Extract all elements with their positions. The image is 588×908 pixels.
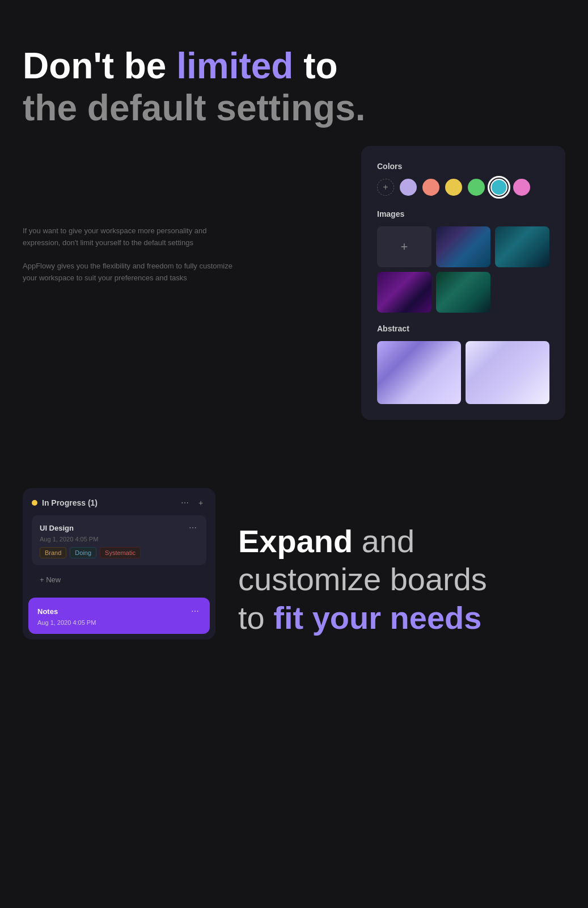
board-title-and: and bbox=[353, 523, 414, 559]
notes-date: Aug 1, 2020 4:05 PM bbox=[37, 619, 201, 626]
color-panel-container: Colors + Images + bbox=[255, 140, 588, 420]
add-image-icon: + bbox=[401, 239, 408, 254]
board-title-expand: Expand bbox=[238, 523, 353, 559]
board-column: In Progress (1) ⋯ + UI Design ⋯ A bbox=[23, 488, 215, 598]
add-image-button[interactable]: + bbox=[377, 226, 432, 267]
color-dot-salmon[interactable] bbox=[422, 179, 439, 196]
color-add-button[interactable]: + bbox=[377, 179, 394, 196]
color-dot-green[interactable] bbox=[468, 179, 485, 196]
board-text: Expand and customize boards to fit your … bbox=[238, 488, 565, 637]
images-grid: + bbox=[377, 226, 549, 313]
left-description: If you want to give your workspace more … bbox=[0, 140, 255, 295]
add-task-button[interactable]: + bbox=[195, 497, 206, 508]
board-title-line2: customize boards bbox=[238, 561, 487, 597]
description-1: If you want to give your workspace more … bbox=[23, 225, 232, 249]
notes-title: Notes bbox=[37, 607, 58, 616]
color-panel: Colors + Images + bbox=[361, 146, 565, 420]
colors-row: + bbox=[377, 179, 549, 196]
color-dot-teal[interactable] bbox=[490, 179, 507, 196]
tag-doing: Doing bbox=[70, 547, 96, 558]
more-options-button[interactable]: ⋯ bbox=[179, 497, 191, 508]
description-2: AppFlowy gives you the flexibility and f… bbox=[23, 260, 232, 284]
notes-more-button[interactable]: ⋯ bbox=[189, 606, 201, 617]
hero-title-highlight: limited bbox=[176, 45, 293, 86]
notes-card[interactable]: Notes ⋯ Aug 1, 2020 4:05 PM bbox=[28, 598, 210, 634]
board-panel-container: In Progress (1) ⋯ + UI Design ⋯ A bbox=[23, 488, 215, 640]
abstract-grid bbox=[377, 341, 549, 404]
new-task-label: + New bbox=[40, 575, 61, 584]
images-label: Images bbox=[377, 209, 549, 218]
page-wrapper: Don't be limited to the default settings… bbox=[0, 0, 588, 908]
tag-brand: Brand bbox=[40, 547, 66, 558]
status-dot bbox=[32, 500, 37, 506]
board-section: In Progress (1) ⋯ + UI Design ⋯ A bbox=[0, 443, 588, 685]
column-header-right: ⋯ + bbox=[179, 497, 206, 508]
hero-title-part2: to bbox=[293, 45, 337, 86]
task-more-button[interactable]: ⋯ bbox=[187, 522, 198, 533]
abstract-label: Abstract bbox=[377, 324, 549, 333]
image-thumb-1[interactable] bbox=[436, 226, 490, 267]
column-header: In Progress (1) ⋯ + bbox=[32, 497, 206, 508]
new-task-button[interactable]: + New bbox=[32, 571, 206, 588]
hero-title-part1: Don't be bbox=[23, 45, 176, 86]
tag-systematic: Systematic bbox=[100, 547, 141, 558]
color-dot-lavender[interactable] bbox=[400, 179, 417, 196]
board-title: Expand and customize boards to fit your … bbox=[238, 522, 565, 637]
board-title-line3-pre: to bbox=[238, 600, 273, 636]
task-card-header: UI Design ⋯ bbox=[40, 522, 198, 533]
board-panel: In Progress (1) ⋯ + UI Design ⋯ A bbox=[23, 488, 215, 640]
board-title-fit: fit your needs bbox=[273, 600, 481, 636]
notes-header: Notes ⋯ bbox=[37, 606, 201, 617]
task-card[interactable]: UI Design ⋯ Aug 1, 2020 4:05 PM Brand Do… bbox=[32, 515, 206, 565]
hero-section: Don't be limited to the default settings… bbox=[0, 0, 588, 129]
colors-label: Colors bbox=[377, 162, 549, 171]
color-dot-yellow[interactable] bbox=[445, 179, 462, 196]
column-title: In Progress (1) bbox=[42, 498, 98, 507]
image-thumb-3[interactable] bbox=[377, 272, 432, 313]
task-date: Aug 1, 2020 4:05 PM bbox=[40, 536, 198, 543]
tags-row: Brand Doing Systematic bbox=[40, 547, 198, 558]
panel-section: If you want to give your workspace more … bbox=[0, 140, 588, 420]
color-dot-pink[interactable] bbox=[513, 179, 530, 196]
abstract-thumb-2[interactable] bbox=[466, 341, 549, 404]
image-thumb-2[interactable] bbox=[495, 226, 549, 267]
column-header-left: In Progress (1) bbox=[32, 498, 98, 507]
hero-title-line2: the default settings. bbox=[23, 87, 565, 129]
task-title: UI Design bbox=[40, 524, 74, 532]
abstract-thumb-1[interactable] bbox=[377, 341, 461, 404]
hero-title: Don't be limited to the default settings… bbox=[23, 45, 565, 129]
image-thumb-4[interactable] bbox=[436, 272, 490, 313]
